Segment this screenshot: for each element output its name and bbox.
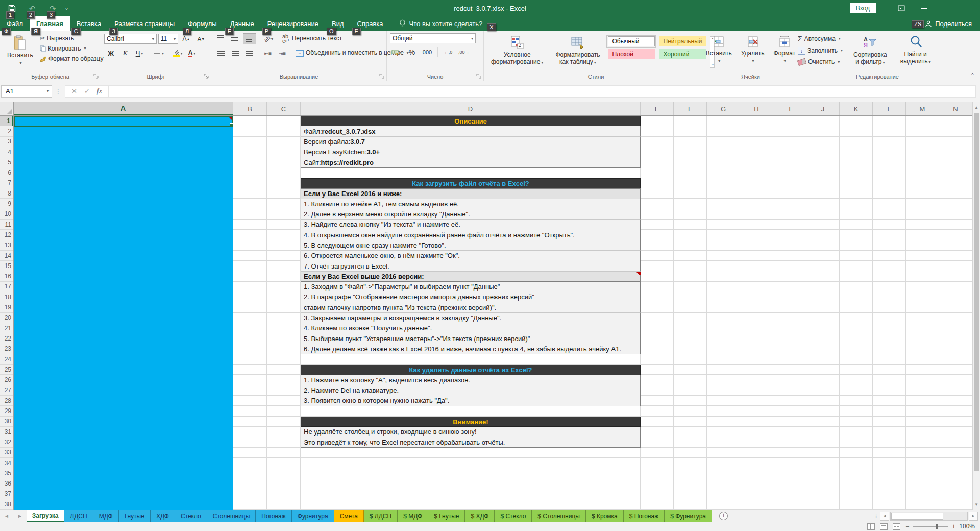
underline-button[interactable]: Ч▾ xyxy=(133,47,146,59)
underline-dropdown[interactable]: ▾ xyxy=(141,51,143,56)
name-box-dropdown[interactable]: ▾ xyxy=(47,89,49,93)
percent-style-button[interactable]: % xyxy=(405,46,419,58)
d-cell-row-21[interactable]: 4. Кликаем по иконке "Получить данные". xyxy=(301,323,641,334)
scroll-down-arrow[interactable]: ▼ xyxy=(973,500,980,509)
d-cell-row-2[interactable]: Файл: redcut_3.0.7.xlsx xyxy=(301,126,641,137)
column-header-I[interactable]: I xyxy=(773,102,806,115)
row-header-28[interactable]: 28 xyxy=(0,396,13,406)
vertical-scroll-thumb[interactable] xyxy=(974,113,979,471)
number-dialog-launcher[interactable] xyxy=(476,74,482,79)
format-cells-dropdown[interactable]: ▾ xyxy=(784,59,786,63)
row-header-6[interactable]: 6 xyxy=(0,168,13,178)
copy-dropdown[interactable]: ▾ xyxy=(84,46,86,51)
zoom-slider[interactable] xyxy=(913,526,948,527)
row-header-38[interactable]: 38 xyxy=(0,499,13,510)
insert-function-button[interactable]: fx xyxy=(97,87,102,95)
row-header-15[interactable]: 15 xyxy=(0,261,13,271)
clear-button[interactable]: Очистить ▾ xyxy=(796,58,844,66)
row-header-2[interactable]: 2 xyxy=(0,126,13,136)
sheet-nav-left[interactable]: ◄ xyxy=(0,510,13,522)
d-cell-row-8[interactable]: Если у Вас Excel 2016 и ниже: xyxy=(301,188,641,199)
sheet-tab-Гнутые[interactable]: Гнутые xyxy=(119,510,151,522)
column-header-B[interactable]: B xyxy=(233,102,267,115)
find-select-button[interactable]: Найти ивыделить▾ xyxy=(896,33,935,71)
sign-in-button[interactable]: Вход xyxy=(850,3,876,13)
increase-decimal-button[interactable]: ←,0 xyxy=(442,46,455,58)
cell-style-good[interactable]: Хороший xyxy=(659,49,706,59)
cell-grid[interactable]: ОписаниеФайл: redcut_3.0.7.xlsxВерсия фа… xyxy=(0,116,972,510)
d-cell-row-12[interactable]: 4. В открывшемся окне найдите сохранённы… xyxy=(301,230,641,240)
sheet-tab-Столешницы[interactable]: Столешницы xyxy=(207,510,256,522)
font-color-button[interactable]: А ▾ xyxy=(185,47,199,59)
row-header-29[interactable]: 29 xyxy=(0,406,13,416)
d-cell-row-31[interactable]: Не удаляёте столбец и строки, входящие в… xyxy=(301,427,641,438)
conditional-formatting-button[interactable]: ≠ Условноеформатирование▾ xyxy=(487,33,547,68)
borders-dropdown[interactable]: ▾ xyxy=(162,51,164,56)
d-cell-row-19[interactable]: ставим галочку напротив пункта "Из текст… xyxy=(301,302,641,313)
ribbon-display-options-button[interactable] xyxy=(890,0,913,16)
delete-cells-dropdown[interactable]: ▾ xyxy=(752,59,754,63)
tab-Файл[interactable]: ФайлФ xyxy=(0,16,30,31)
fill-color-dropdown[interactable]: ▾ xyxy=(181,51,183,56)
sheet-tab-Смета[interactable]: Смета xyxy=(334,510,364,522)
accounting-format-button[interactable]: ▾ xyxy=(390,46,403,58)
horizontal-scrollbar[interactable]: ⁞ ◄ ► xyxy=(875,510,980,522)
row-header-7[interactable]: 7 xyxy=(0,178,13,188)
format-as-table-dropdown[interactable]: ▾ xyxy=(594,60,596,65)
decrease-indent-button[interactable]: ⇤≡ xyxy=(261,47,275,59)
row-header-35[interactable]: 35 xyxy=(0,468,13,478)
sheet-tab-МДФ[interactable]: МДФ xyxy=(93,510,119,522)
sheet-nav-right[interactable]: ► xyxy=(13,510,27,522)
copy-button[interactable]: Копировать ▾ xyxy=(38,44,105,53)
d-cell-row-1[interactable]: Описание xyxy=(301,116,641,127)
column-header-C[interactable]: C xyxy=(267,102,301,115)
borders-button[interactable]: ▾ xyxy=(152,47,165,59)
sheet-tab-$ Фурнитура[interactable]: $ Фурнитура xyxy=(665,510,712,522)
hscroll-right-arrow[interactable]: ► xyxy=(969,512,978,521)
d-cell-row-22[interactable]: 5. Выбираем пункт "Устаревшие мастеры"->… xyxy=(301,333,641,344)
clear-dropdown[interactable]: ▾ xyxy=(838,60,840,65)
d-cell-row-4[interactable]: Версия EasyKitchen: 3.0+ xyxy=(301,147,641,158)
row-header-9[interactable]: 9 xyxy=(0,199,13,209)
d-cell-row-13[interactable]: 5. В следующем окне сразу нажмите "Готов… xyxy=(301,240,641,251)
sheet-tab-$ Столешницы[interactable]: $ Столешницы xyxy=(532,510,586,522)
column-header-K[interactable]: K xyxy=(840,102,873,115)
d-cell-row-32[interactable]: Это приведёт к тому, что Excel перестане… xyxy=(301,437,641,448)
sheet-tab-Погонаж[interactable]: Погонаж xyxy=(256,510,291,522)
d-cell-row-9[interactable]: 1. Кликните по ячейке A1, тем самым выде… xyxy=(301,199,641,209)
row-header-gutter[interactable]: 1234567891011121314151617181920212223242… xyxy=(0,116,14,510)
insert-cells-button[interactable]: Вставить ▾ xyxy=(702,33,736,71)
row-header-11[interactable]: 11 xyxy=(0,220,13,230)
column-header-F[interactable]: F xyxy=(674,102,707,115)
row-header-25[interactable]: 25 xyxy=(0,365,13,375)
font-name-combo[interactable]: Calibri ▾ xyxy=(104,34,157,44)
row-header-1[interactable]: 1 xyxy=(0,116,13,126)
fill-color-button[interactable]: ▾ xyxy=(171,47,184,59)
sheet-tab-$ Погонаж[interactable]: $ Погонаж xyxy=(624,510,665,522)
sheet-tab-$ ХДФ[interactable]: $ ХДФ xyxy=(465,510,495,522)
row-header-12[interactable]: 12 xyxy=(0,230,13,240)
zoom-out-button[interactable]: − xyxy=(905,523,909,530)
paste-dropdown[interactable]: ▾ xyxy=(19,61,21,65)
tab-Формулы[interactable]: ФормулыЛ xyxy=(181,16,224,31)
hscroll-left-arrow[interactable]: ◄ xyxy=(880,512,889,521)
insert-cells-dropdown[interactable]: ▾ xyxy=(718,59,720,63)
row-header-21[interactable]: 21 xyxy=(0,323,13,333)
hscroll-thumb[interactable] xyxy=(891,513,943,520)
font-size-combo[interactable]: 11 ▾ xyxy=(158,34,178,44)
row-header-22[interactable]: 22 xyxy=(0,333,13,344)
column-header-E[interactable]: E xyxy=(641,102,674,115)
d-cell-row-11[interactable]: 3. Найдите слева кнопку "Из текста" и на… xyxy=(301,220,641,230)
column-header-D[interactable]: D xyxy=(301,102,641,115)
row-header-34[interactable]: 34 xyxy=(0,458,13,468)
column-header-L[interactable]: L xyxy=(873,102,906,115)
row-header-19[interactable]: 19 xyxy=(0,302,13,312)
tab-Вид[interactable]: ВидО xyxy=(325,16,351,31)
zoom-slider-thumb[interactable] xyxy=(936,524,938,529)
row-header-3[interactable]: 3 xyxy=(0,137,13,147)
find-select-dropdown[interactable]: ▾ xyxy=(929,60,931,64)
row-header-24[interactable]: 24 xyxy=(0,354,13,365)
d-cell-row-5[interactable]: Сайт: https://redkit.pro xyxy=(301,157,641,168)
sheet-tab-Стекло[interactable]: Стекло xyxy=(175,510,207,522)
restore-button[interactable] xyxy=(935,0,958,16)
